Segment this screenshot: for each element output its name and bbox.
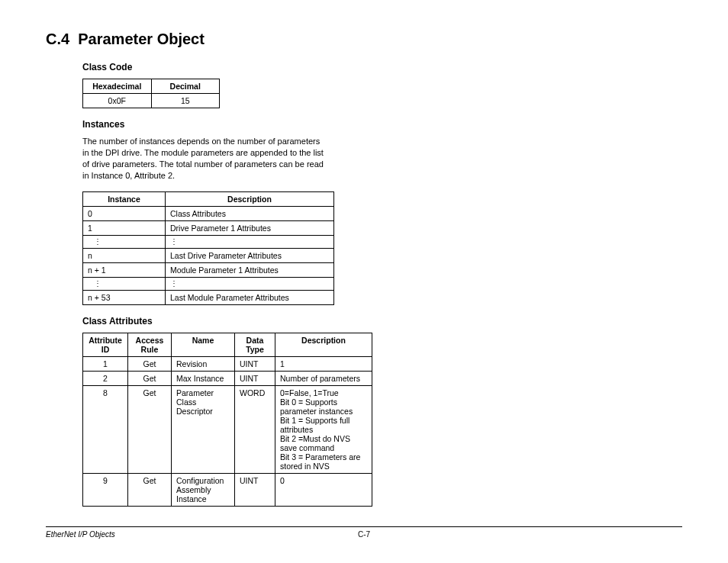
attr-desc-line: Number of parameters	[280, 374, 367, 383]
table-row: Attribute ID Access Rule Name Data Type …	[83, 333, 372, 357]
attr-desc-line: Bit 1 = Supports full attributes	[280, 416, 367, 434]
classcode-hex: 0x0F	[83, 94, 152, 108]
instances-hdr-instance: Instance	[83, 192, 166, 207]
attr-rule-cell: Get	[128, 372, 172, 386]
attr-id-cell: 9	[83, 474, 128, 507]
footer-page: C-7	[358, 530, 370, 539]
attr-id-cell: 2	[83, 372, 128, 386]
page-footer: EtherNet I/P Objects C-7	[46, 526, 682, 539]
attr-name-cell: Configuration Assembly Instance	[172, 474, 235, 507]
instance-cell: 1	[83, 221, 166, 236]
attr-type-cell: UINT	[235, 474, 275, 507]
attr-desc-cell: 1	[275, 357, 372, 372]
section-name: Parameter Object	[78, 31, 205, 47]
attr-type-cell: UINT	[235, 372, 275, 386]
table-row: n + 1Module Parameter 1 Attributes	[83, 263, 334, 278]
instances-heading: Instances	[82, 119, 682, 130]
attr-desc-cell: 0	[275, 474, 372, 507]
instance-desc-cell: Module Parameter 1 Attributes	[166, 263, 334, 278]
instance-desc-cell: ⋮	[166, 278, 334, 291]
section-number: C.4	[46, 31, 69, 47]
instance-cell: ⋮	[83, 236, 166, 249]
attr-desc-cell: Number of parameters	[275, 372, 372, 386]
table-row: 9GetConfiguration Assembly InstanceUINT0	[83, 474, 372, 507]
classcode-dec: 15	[151, 94, 220, 108]
attr-hdr-desc: Description	[275, 333, 372, 357]
instance-cell: n + 1	[83, 263, 166, 278]
table-row: nLast Drive Parameter Attributes	[83, 249, 334, 263]
table-row: 1Drive Parameter 1 Attributes	[83, 221, 334, 236]
attr-rule-cell: Get	[128, 386, 172, 474]
classcode-table: Hexadecimal Decimal 0x0F 15	[82, 79, 220, 108]
instance-desc-cell: Drive Parameter 1 Attributes	[166, 221, 334, 236]
table-row: n + 53Last Module Parameter Attributes	[83, 291, 334, 305]
instance-cell: n	[83, 249, 166, 263]
instance-cell: 0	[83, 207, 166, 221]
table-row: ⋮⋮	[83, 278, 334, 291]
attr-type-cell: UINT	[235, 357, 275, 372]
attr-name-cell: Max Instance	[172, 372, 235, 386]
classattrs-heading: Class Attributes	[82, 316, 682, 327]
table-row: 0x0F 15	[83, 94, 220, 108]
attr-hdr-id: Attribute ID	[83, 333, 128, 357]
attr-desc-line: 0	[280, 476, 367, 485]
instances-hdr-desc: Description	[166, 192, 334, 207]
section-title: C.4 Parameter Object	[46, 31, 682, 48]
attr-hdr-name: Name	[172, 333, 235, 357]
classcode-hdr-dec: Decimal	[151, 79, 220, 94]
attr-desc-line: 0=False, 1=True	[280, 388, 367, 397]
attr-rule-cell: Get	[128, 357, 172, 372]
instance-cell: ⋮	[83, 278, 166, 291]
classattrs-table: Attribute ID Access Rule Name Data Type …	[82, 333, 372, 507]
footer-left: EtherNet I/P Objects	[46, 530, 115, 539]
attr-hdr-type: Data Type	[235, 333, 275, 357]
table-row: ⋮⋮	[83, 236, 334, 249]
table-row: Instance Description	[83, 192, 334, 207]
attr-id-cell: 8	[83, 386, 128, 474]
instances-paragraph: The number of instances depends on the n…	[82, 136, 327, 181]
attr-desc-line: Bit 3 = Parameters are stored in NVS	[280, 452, 367, 471]
instance-desc-cell: ⋮	[166, 236, 334, 249]
attr-hdr-rule: Access Rule	[128, 333, 172, 357]
attr-desc-line: Bit 0 = Supports parameter instances	[280, 397, 367, 416]
table-row: 1GetRevisionUINT1	[83, 357, 372, 372]
attr-desc-line: 1	[280, 359, 367, 368]
instances-table: Instance Description 0Class Attributes1D…	[82, 191, 334, 305]
attr-name-cell: Parameter Class Descriptor	[172, 386, 235, 474]
classcode-heading: Class Code	[82, 62, 682, 72]
attr-desc-line: Bit 2 =Must do NVS save command	[280, 434, 367, 452]
instance-desc-cell: Last Drive Parameter Attributes	[166, 249, 334, 263]
attr-id-cell: 1	[83, 357, 128, 372]
instance-desc-cell: Class Attributes	[166, 207, 334, 221]
attr-desc-cell: 0=False, 1=TrueBit 0 = Supports paramete…	[275, 386, 372, 474]
instance-cell: n + 53	[83, 291, 166, 305]
table-row: 0Class Attributes	[83, 207, 334, 221]
attr-rule-cell: Get	[128, 474, 172, 507]
attr-type-cell: WORD	[235, 386, 275, 474]
classcode-hdr-hex: Hexadecimal	[83, 79, 152, 94]
instance-desc-cell: Last Module Parameter Attributes	[166, 291, 334, 305]
table-row: 2GetMax InstanceUINTNumber of parameters	[83, 372, 372, 386]
attr-name-cell: Revision	[172, 357, 235, 372]
table-row: Hexadecimal Decimal	[83, 79, 220, 94]
table-row: 8GetParameter Class DescriptorWORD0=Fals…	[83, 386, 372, 474]
